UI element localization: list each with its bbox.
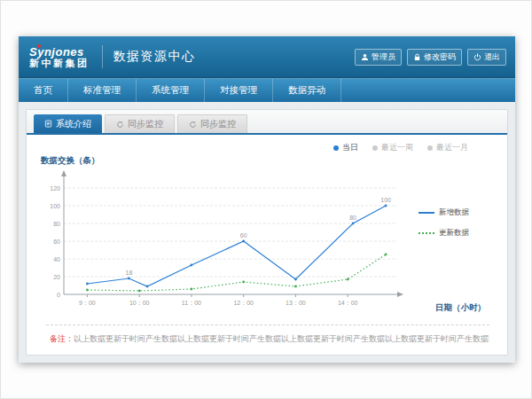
- svg-text:12：00: 12：00: [233, 300, 254, 306]
- header-divider: [102, 45, 103, 68]
- legend-last-week[interactable]: 最近一周: [372, 142, 413, 153]
- document-icon: [44, 120, 52, 128]
- user-icon: [361, 53, 369, 61]
- svg-text:120: 120: [50, 185, 60, 192]
- svg-text:100: 100: [50, 203, 60, 209]
- svg-text:80: 80: [53, 221, 60, 227]
- admin-user-label: 管理员: [372, 51, 395, 63]
- page-title: 数据资源中心: [113, 49, 196, 65]
- brand-logo-cn: 新中新集团: [29, 59, 90, 69]
- app-window: Synjones 新中新集团 数据资源中心 管理员 修改密码 退出: [19, 36, 515, 363]
- y-axis-title: 数据交换（条）: [41, 155, 498, 167]
- legend-last-week-label: 最近一周: [381, 142, 413, 153]
- footnote: 备注：以上数据更新于时间产生数据以上数据更新于时间产生数据以上数据更新于时间产生…: [46, 325, 489, 355]
- main-panel: 系统介绍 同步监控 同步监控 当日: [26, 109, 508, 356]
- screen: Synjones 新中新集团 数据资源中心 管理员 修改密码 退出: [0, 0, 532, 399]
- legend-dot-last-week: [372, 145, 378, 151]
- legend-last-month[interactable]: 最近一月: [427, 142, 468, 153]
- admin-user-button[interactable]: 管理员: [355, 49, 402, 66]
- svg-text:100: 100: [380, 197, 391, 203]
- nav-item-system-mgmt[interactable]: 系统管理: [137, 79, 205, 102]
- svg-text:0: 0: [57, 292, 60, 298]
- tab-label: 系统介绍: [56, 118, 91, 130]
- svg-text:20: 20: [53, 274, 60, 280]
- chart-section: 当日 最近一周 最近一月 数据交换（条） 0204060801: [27, 135, 507, 355]
- svg-text:9：00: 9：00: [79, 300, 96, 306]
- legend-new-data: 新增数据: [419, 207, 469, 218]
- logout-label: 退出: [484, 51, 500, 63]
- brand-logo: Synjones 新中新集团: [27, 44, 93, 68]
- sync-arrows-icon: [189, 121, 197, 129]
- brand-logo-en: Synjones: [29, 46, 90, 59]
- footnote-label: 备注：: [50, 334, 74, 343]
- chart-row: 0204060801001209：0010：0011：0012：0013：001…: [37, 167, 498, 325]
- legend-update-data: 更新数据: [419, 228, 469, 239]
- tab-label: 同步监控: [128, 118, 163, 130]
- sync-arrows-icon: [116, 121, 124, 129]
- legend-line-sample-new: [419, 212, 434, 214]
- legend-line-sample-update: [419, 232, 434, 234]
- legend-dot-today: [333, 145, 339, 151]
- legend-new-data-label: 新增数据: [439, 207, 469, 218]
- legend-dot-last-month: [427, 145, 433, 151]
- series-legend: 新增数据 更新数据: [419, 167, 469, 325]
- change-password-label: 修改密码: [424, 51, 456, 63]
- svg-text:60: 60: [240, 232, 247, 239]
- legend-today[interactable]: 当日: [333, 142, 358, 153]
- svg-text:40: 40: [53, 256, 60, 262]
- nav-item-home[interactable]: 首页: [19, 79, 68, 102]
- svg-text:80: 80: [349, 215, 356, 221]
- svg-text:13：00: 13：00: [286, 300, 306, 306]
- tab-sync-monitor-2[interactable]: 同步监控: [177, 114, 247, 133]
- chart-period-legend: 当日 最近一周 最近一月: [37, 142, 498, 153]
- line-chart: 0204060801001209：0010：0011：0012：0013：001…: [37, 167, 419, 314]
- legend-update-data-label: 更新数据: [439, 228, 469, 239]
- nav-item-data-change[interactable]: 数据异动: [273, 79, 341, 102]
- x-axis-title: 日期（小时）: [435, 302, 486, 314]
- svg-text:10：00: 10：00: [129, 300, 150, 306]
- nav-item-standard-mgmt[interactable]: 标准管理: [68, 79, 137, 102]
- svg-text:11：00: 11：00: [182, 300, 201, 306]
- lock-icon: [413, 53, 421, 61]
- change-password-button[interactable]: 修改密码: [407, 49, 462, 66]
- tab-label: 同步监控: [200, 118, 236, 130]
- top-header: Synjones 新中新集团 数据资源中心 管理员 修改密码 退出: [19, 36, 515, 78]
- svg-text:60: 60: [53, 239, 60, 245]
- legend-today-label: 当日: [342, 142, 358, 153]
- power-icon: [473, 53, 481, 61]
- legend-last-month-label: 最近一月: [436, 142, 468, 153]
- tab-bar: 系统介绍 同步监控 同步监控: [27, 110, 507, 135]
- svg-text:18: 18: [126, 270, 133, 276]
- tab-sync-monitor-1[interactable]: 同步监控: [105, 114, 175, 133]
- nav-item-interface-mgmt[interactable]: 对接管理: [205, 79, 273, 102]
- header-actions: 管理员 修改密码 退出: [355, 49, 506, 66]
- svg-text:14：00: 14：00: [338, 300, 358, 306]
- content-area: 系统介绍 同步监控 同步监控 当日: [19, 102, 515, 363]
- tab-system-intro[interactable]: 系统介绍: [34, 114, 102, 133]
- footnote-text: 以上数据更新于时间产生数据以上数据更新于时间产生数据以上数据更新于时间产生数据以…: [74, 334, 489, 343]
- main-nav: 首页 标准管理 系统管理 对接管理 数据异动: [19, 78, 515, 102]
- logout-button[interactable]: 退出: [467, 49, 506, 66]
